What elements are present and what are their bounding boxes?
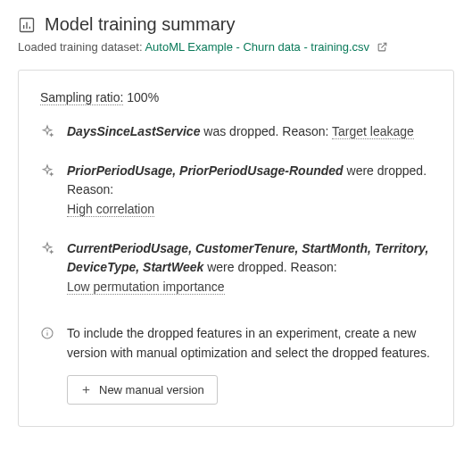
info-row: To include the dropped features in an ex… (40, 324, 432, 405)
dataset-link[interactable]: AutoML Example - Churn data - training.c… (145, 40, 369, 54)
loaded-dataset-label: Loaded training dataset: (18, 40, 143, 54)
svg-point-7 (46, 330, 47, 331)
dropped-feature-text: PriorPeriodUsage, PriorPeriodUsage-Round… (67, 162, 432, 220)
drop-reason-link[interactable]: High correlation (67, 202, 154, 217)
dropped-feature-row: CurrentPeriodUsage, CustomerTenure, Star… (40, 239, 432, 297)
sampling-ratio: Sampling ratio: 100% (40, 90, 432, 104)
svg-line-4 (381, 43, 385, 47)
new-manual-version-button[interactable]: New manual version (67, 375, 218, 405)
dataset-name: AutoML Example - Churn data - training.c… (145, 40, 369, 54)
dropped-feature-names: PriorPeriodUsage, PriorPeriodUsage-Round… (67, 163, 344, 178)
info-icon (40, 326, 54, 340)
new-manual-version-label: New manual version (99, 383, 204, 397)
page-title: Model training summary (45, 14, 235, 35)
info-text: To include the dropped features in an ex… (67, 324, 432, 363)
sparkle-icon (40, 163, 54, 178)
bar-chart-icon (18, 16, 36, 34)
dropped-feature-row: DaysSinceLastService was dropped. Reason… (40, 122, 432, 142)
drop-reason-link[interactable]: Target leakage (332, 124, 414, 139)
sampling-ratio-label: Sampling ratio: (40, 90, 123, 105)
summary-header: Model training summary (18, 14, 454, 35)
drop-reason-link[interactable]: Low permutation importance (67, 280, 225, 295)
sparkle-icon (40, 241, 54, 255)
dropped-feature-verb: were dropped. Reason: (207, 260, 337, 274)
summary-card: Sampling ratio: 100% DaysSinceLastServic… (18, 70, 454, 427)
sampling-ratio-value: 100% (127, 90, 159, 104)
dropped-feature-row: PriorPeriodUsage, PriorPeriodUsage-Round… (40, 162, 432, 220)
loaded-dataset-line: Loaded training dataset: AutoML Example … (18, 40, 454, 54)
dropped-feature-text: CurrentPeriodUsage, CustomerTenure, Star… (67, 239, 432, 297)
info-body: To include the dropped features in an ex… (67, 324, 432, 405)
dropped-feature-text: DaysSinceLastService was dropped. Reason… (67, 122, 414, 142)
sparkle-icon (40, 124, 54, 138)
plus-icon (80, 384, 92, 396)
dropped-feature-verb: was dropped. Reason: (203, 124, 328, 138)
dropped-feature-names: DaysSinceLastService (67, 124, 200, 138)
external-link-icon (377, 41, 388, 53)
